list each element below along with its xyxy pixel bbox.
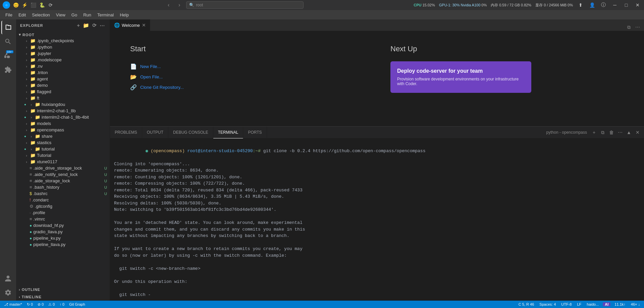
list-item[interactable]: › 📁 models — [16, 120, 110, 127]
line-ending-status[interactable]: LF — [576, 302, 583, 306]
vscode-icon[interactable]: ⬛ — [30, 1, 37, 9]
sync-status[interactable]: ↻ 0 — [25, 302, 34, 307]
menu-go[interactable]: Go — [69, 11, 80, 18]
list-item[interactable]: $ .bashrc U — [16, 190, 110, 197]
tab-welcome[interactable]: 🌐 Welcome ✕ — [110, 19, 150, 31]
list-item[interactable]: › 📁 .jupyter — [16, 50, 110, 57]
refresh-explorer-icon[interactable]: ⟳ — [92, 22, 98, 29]
list-item[interactable]: ● gradio_llava.py — [16, 229, 110, 235]
list-item[interactable]: ● › 📁 huixiangdou — [16, 101, 110, 108]
line-col-status[interactable]: C 5, R 46 — [517, 302, 535, 306]
explorer-icon[interactable] — [1, 21, 15, 34]
maximize-terminal-button[interactable]: ▲ — [625, 129, 633, 136]
outline-section[interactable]: › OUTLINE — [16, 286, 110, 293]
python-icon[interactable]: 🐍 — [38, 1, 46, 9]
list-item[interactable]: ≡ .vimrc — [16, 216, 110, 222]
list-item[interactable]: › 📁 ft — [16, 95, 110, 101]
bolt-icon[interactable]: ⚡ — [21, 1, 28, 9]
ai-badge[interactable]: AI — [603, 302, 610, 306]
spaces-status[interactable]: Spaces: 4 — [538, 302, 557, 306]
open-file-link[interactable]: 📂 Open File... — [130, 72, 364, 82]
new-file-icon[interactable]: + — [76, 22, 81, 29]
list-item[interactable]: ● › 📁 tutorial — [16, 146, 110, 152]
new-folder-icon[interactable]: 📁 — [82, 22, 90, 29]
list-item[interactable]: › 📁 .ipynb_checkpoints — [16, 38, 110, 44]
list-item[interactable]: ≡ .aide_notify_send_lock U — [16, 171, 110, 178]
window-maximize[interactable]: □ — [623, 1, 630, 9]
tab-problems[interactable]: PROBLEMS — [110, 127, 142, 138]
account-icon[interactable] — [1, 272, 15, 285]
menu-edit[interactable]: Edit — [16, 11, 29, 18]
warnings-status[interactable]: ⚠ 0 — [47, 302, 56, 307]
more-actions-icon[interactable]: ⋯ — [634, 23, 641, 31]
list-item[interactable]: › 📁 internlm2-chat-1_8b — [16, 108, 110, 114]
menu-terminal[interactable]: Terminal — [95, 11, 116, 18]
collapse-icon[interactable]: ⋯ — [99, 22, 106, 29]
kill-terminal-button[interactable]: 🗑 — [608, 129, 615, 136]
git-branch-status[interactable]: ⎇ master* — [3, 302, 23, 307]
tab-debug-console[interactable]: DEBUG CONSOLE — [168, 127, 213, 138]
search-bar[interactable]: 🔍 root — [186, 1, 304, 9]
list-item[interactable]: › 📁 .nv — [16, 63, 110, 69]
list-item[interactable]: › 📁 flagged — [16, 88, 110, 95]
list-item[interactable]: › 📁 .ipython — [16, 44, 110, 50]
list-item[interactable]: › 📁 opencompass — [16, 127, 110, 133]
window-close[interactable]: ✕ — [634, 1, 641, 9]
list-item[interactable]: ● › 📁 internlm2-chat-1_8b-4bit — [16, 114, 110, 120]
search-icon[interactable] — [1, 35, 15, 48]
terminal-content[interactable]: ◉ (opencompass) root@intern-studio-04529… — [110, 138, 644, 301]
add-terminal-button[interactable]: + — [590, 129, 598, 136]
encoding-status[interactable]: UTF-8 — [560, 302, 573, 306]
errors-status[interactable]: ⊘ 0 — [36, 302, 45, 307]
clone-repo-link[interactable]: 🔗 Clone Git Repository... — [130, 82, 364, 93]
tab-output[interactable]: OUTPUT — [142, 127, 168, 138]
nav-back-button[interactable]: ‹ — [165, 1, 173, 9]
window-minimize[interactable]: ─ — [611, 1, 619, 9]
list-item[interactable]: ● › 📁 share — [16, 133, 110, 139]
list-item[interactable]: ! .condarc — [16, 197, 110, 203]
list-item[interactable]: ● download_hf.py — [16, 222, 110, 229]
list-item[interactable]: · .profile — [16, 209, 110, 216]
list-item[interactable]: › 📁 xtune0117 — [16, 159, 110, 165]
split-editor-icon[interactable]: ⧉ — [625, 23, 633, 31]
new-file-link[interactable]: 📄 New File... — [130, 61, 364, 72]
nav-forward-button[interactable]: › — [175, 1, 183, 9]
tab-close-button[interactable]: ✕ — [142, 22, 146, 28]
info-icon[interactable]: ⓘ — [600, 1, 607, 9]
source-control-icon[interactable]: 10k+ — [1, 49, 15, 62]
timeline-section[interactable]: › TIMELINE — [16, 293, 110, 301]
split-terminal-button[interactable]: ⧉ — [599, 129, 606, 136]
list-item[interactable]: ≡ .aide_storage_lock U — [16, 178, 110, 184]
list-item[interactable]: ≡ .aide_drive_storage_lock U — [16, 165, 110, 171]
menu-file[interactable]: File — [3, 11, 15, 18]
more-terminal-button[interactable]: ⋯ — [616, 129, 624, 136]
person-icon[interactable]: 👤 — [588, 1, 596, 9]
git-graph-button[interactable]: Git Graph — [68, 302, 87, 306]
zoom2-status[interactable]: 46× ↓ — [630, 302, 641, 306]
list-item[interactable]: ● pipeline_kv.py — [16, 235, 110, 241]
tab-ports[interactable]: PORTS — [243, 127, 267, 138]
refresh-icon[interactable]: ⟳ — [47, 1, 54, 9]
list-item[interactable]: › 📁 .modelscope — [16, 57, 110, 63]
list-item[interactable]: › 📁 agent — [16, 76, 110, 82]
list-item[interactable]: ⚙ .gitconfig — [16, 203, 110, 209]
menu-view[interactable]: View — [53, 11, 68, 18]
list-item[interactable]: ≡ .bash_history U — [16, 184, 110, 190]
menu-help[interactable]: Help — [117, 11, 131, 18]
list-item[interactable]: › 📁 demo — [16, 82, 110, 88]
settings-icon[interactable] — [1, 286, 15, 299]
avatar-icon[interactable]: 😊 — [12, 1, 19, 9]
root-label[interactable]: ▾ ROOT — [16, 32, 110, 38]
commits-status[interactable]: ↑ 0 — [58, 302, 66, 306]
list-item[interactable]: ● pipeline_llava.py — [16, 241, 110, 248]
list-item[interactable]: › 📁 stastics — [16, 139, 110, 146]
menu-run[interactable]: Run — [80, 11, 94, 18]
list-item[interactable]: › 📁 .triton — [16, 69, 110, 76]
deploy-card[interactable]: Deploy code-server for your team Provisi… — [390, 61, 531, 93]
extensions-icon[interactable] — [1, 63, 15, 76]
language-status[interactable]: haido... — [585, 302, 600, 306]
tab-terminal[interactable]: TERMINAL — [213, 127, 244, 138]
menu-selection[interactable]: Selection — [29, 11, 52, 18]
list-item[interactable]: › 📁 Tutorial — [16, 152, 110, 159]
upload-icon[interactable]: ⬆ — [577, 1, 584, 9]
